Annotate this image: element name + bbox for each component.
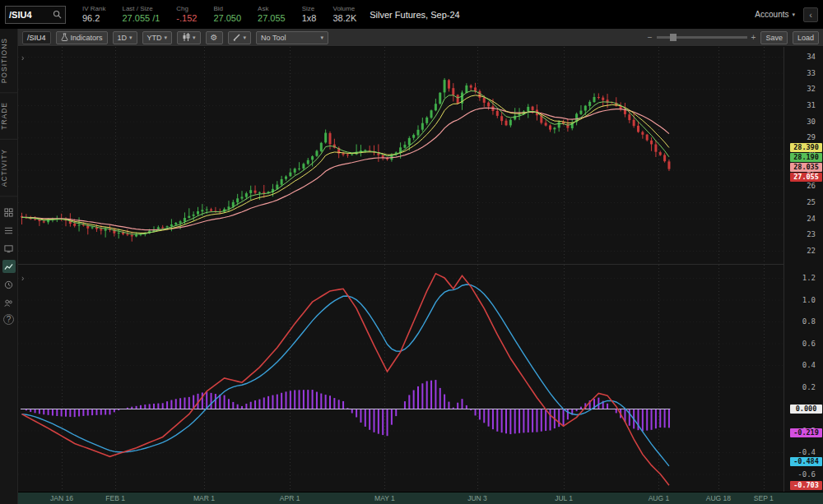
price-tick-label: 25 bbox=[784, 198, 823, 206]
price-axis[interactable]: 3433323130292827262524232228.39028.19028… bbox=[783, 47, 823, 265]
time-axis-bar[interactable]: JAN 16FEB 1MAR 1APR 1MAY 1JUN 3JUL 1AUG … bbox=[18, 492, 823, 504]
price-tick-label: 30 bbox=[784, 118, 823, 126]
time-tick-label: JUL 1 bbox=[555, 494, 573, 502]
instrument-description: Silver Futures, Sep-24 bbox=[370, 10, 459, 20]
flask-icon bbox=[61, 33, 68, 43]
clock-icon[interactable] bbox=[2, 278, 16, 291]
symbol-text: /SIU4 bbox=[9, 10, 32, 20]
sidebar-tab-activity[interactable]: ACTIVITY bbox=[0, 140, 17, 197]
price-value-tag: 28.190 bbox=[790, 153, 822, 162]
price-tick-label: 24 bbox=[784, 215, 823, 223]
macd-study-canvas[interactable] bbox=[18, 265, 783, 492]
quote-field-value-2: -.152 bbox=[176, 13, 197, 24]
symbol-input[interactable]: /SIU4 bbox=[5, 6, 66, 24]
price-value-tag: 27.055 bbox=[790, 173, 822, 182]
zoom-slider[interactable] bbox=[657, 36, 747, 39]
price-tick-label: 22 bbox=[784, 247, 823, 255]
help-icon[interactable]: ? bbox=[3, 314, 14, 325]
price-tick-label: 23 bbox=[784, 230, 823, 238]
trading-platform-window: /SIU4 IV Rank 96.2 Last / Size 27.055 /1… bbox=[0, 0, 823, 504]
quote-field-value-6: 38.2K bbox=[332, 13, 356, 24]
collapse-panel-button[interactable]: ‹ bbox=[803, 7, 818, 22]
study-pane-expander[interactable]: › bbox=[21, 274, 24, 283]
time-tick-label: AUG 1 bbox=[649, 494, 670, 502]
time-tick-label: MAY 1 bbox=[374, 494, 395, 502]
chevron-down-icon: ▾ bbox=[193, 35, 196, 41]
study-tick-label: -0.4 bbox=[784, 448, 823, 456]
study-value-tag: 0.000 bbox=[790, 405, 822, 414]
price-tick-label: 29 bbox=[784, 133, 823, 141]
quote-field-value-3: 27.050 bbox=[213, 13, 241, 24]
accounts-menu[interactable]: Accounts ▾ bbox=[755, 10, 795, 19]
study-tick-label: -0.6 bbox=[784, 470, 823, 479]
zoom-in-button[interactable]: + bbox=[751, 33, 756, 42]
study-value-tag: -0.219 bbox=[790, 428, 822, 437]
price-tick-label: 32 bbox=[784, 85, 823, 93]
price-value-tag: 28.390 bbox=[790, 143, 822, 152]
chevron-down-icon: ▾ bbox=[129, 35, 133, 41]
left-sidebar: POSITIONS TRADE ACTIVITY ? bbox=[0, 29, 18, 504]
chevron-down-icon: ▾ bbox=[244, 35, 247, 41]
time-tick-label: MAR 1 bbox=[193, 494, 215, 502]
price-tick-label: 34 bbox=[784, 53, 823, 61]
grid-icon[interactable] bbox=[2, 206, 16, 219]
chart-settings-button[interactable]: ⚙ bbox=[206, 31, 223, 44]
price-pane-expander[interactable]: › bbox=[21, 53, 24, 62]
monitor-icon[interactable] bbox=[2, 242, 16, 255]
time-tick-label: AUG 18 bbox=[706, 494, 731, 502]
chevron-down-icon: ▾ bbox=[321, 35, 324, 41]
study-tick-label: 0.2 bbox=[784, 383, 823, 391]
study-value-tag: -0.703 bbox=[790, 481, 822, 490]
zoom-control: − + bbox=[648, 33, 756, 42]
pane-divider[interactable] bbox=[18, 264, 783, 265]
time-tick-label: JUN 3 bbox=[467, 494, 487, 502]
sidebar-icon-rail: ? bbox=[2, 203, 16, 327]
time-tick-label: FEB 1 bbox=[105, 494, 125, 502]
list-icon[interactable] bbox=[2, 224, 16, 237]
sidebar-tab-trade[interactable]: TRADE bbox=[0, 93, 17, 140]
drawing-style-dropdown[interactable]: ▾ bbox=[228, 31, 252, 44]
aggregation-dropdown[interactable]: 1D ▾ bbox=[113, 31, 137, 44]
range-dropdown[interactable]: YTD ▾ bbox=[142, 31, 173, 44]
quote-field-size: Size 1x8 bbox=[302, 5, 317, 24]
search-icon[interactable] bbox=[53, 7, 62, 22]
price-value-tag: 28.035 bbox=[790, 163, 822, 172]
users-icon[interactable] bbox=[2, 296, 16, 309]
chart-icon[interactable] bbox=[2, 260, 16, 273]
study-tick-label: 0.6 bbox=[784, 340, 823, 348]
quote-field-bid: Bid 27.050 bbox=[213, 5, 241, 24]
study-value-tag: -0.484 bbox=[790, 457, 822, 466]
chevron-down-icon: ▾ bbox=[165, 35, 168, 41]
study-axis[interactable]: 1.21.00.80.60.40.2-0.2-0.4-0.60.000-0.21… bbox=[783, 265, 823, 492]
quote-field-value-1: 27.055 /1 bbox=[122, 13, 160, 24]
quote-field-last-size: Last / Size 27.055 /1 bbox=[122, 5, 160, 24]
study-tick-label: 0.8 bbox=[784, 317, 823, 326]
chart-type-dropdown[interactable]: ▾ bbox=[177, 31, 201, 44]
quote-field-value-4: 27.055 bbox=[258, 13, 286, 24]
quote-field-value-5: 1x8 bbox=[302, 13, 317, 24]
sidebar-tab-positions[interactable]: POSITIONS bbox=[0, 29, 17, 93]
quote-field-value-0: 96.2 bbox=[82, 13, 105, 24]
load-button[interactable]: Load bbox=[793, 31, 819, 44]
price-tick-label: 26 bbox=[784, 182, 823, 190]
zoom-out-button[interactable]: − bbox=[648, 33, 653, 42]
quote-header: /SIU4 IV Rank 96.2 Last / Size 27.055 /1… bbox=[0, 0, 823, 29]
candlestick-icon bbox=[182, 33, 190, 43]
time-tick-label: SEP 1 bbox=[754, 494, 774, 502]
gear-icon: ⚙ bbox=[211, 33, 218, 42]
pencil-icon bbox=[233, 33, 241, 43]
indicators-button[interactable]: Indicators bbox=[56, 31, 108, 44]
price-tick-label: 33 bbox=[784, 69, 823, 77]
time-tick-label: JAN 16 bbox=[50, 494, 73, 502]
zoom-slider-handle[interactable] bbox=[670, 34, 677, 41]
quote-field-chg: Chg -.152 bbox=[176, 5, 197, 24]
quote-field-ask: Ask 27.055 bbox=[258, 5, 286, 24]
price-chart-canvas[interactable] bbox=[18, 47, 783, 265]
study-tick-label: 0.4 bbox=[784, 361, 823, 369]
study-tick-label: 1.2 bbox=[784, 274, 823, 282]
chart-toolbar: /SIU4 Indicators 1D ▾ YTD ▾ ▾ ⚙ bbox=[18, 29, 823, 47]
save-button[interactable]: Save bbox=[760, 31, 788, 44]
tool-dropdown[interactable]: No Tool ▾ bbox=[256, 31, 328, 44]
chart-symbol-tab[interactable]: /SIU4 bbox=[22, 31, 51, 44]
study-tick-label: 1.0 bbox=[784, 296, 823, 304]
